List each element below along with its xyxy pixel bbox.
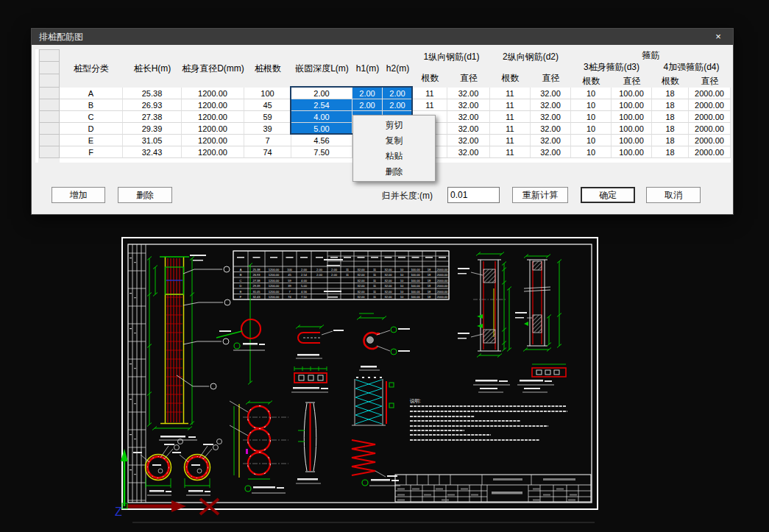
cell-r3-c9[interactable]: 11 xyxy=(490,123,531,135)
cell-r1-c4[interactable]: 2.54 xyxy=(291,99,352,111)
cell-r3-c10[interactable]: 32.00 xyxy=(531,123,571,135)
cell-r2-c12[interactable]: 100.00 xyxy=(612,111,652,123)
cell-r3-c12[interactable]: 100.00 xyxy=(612,123,652,135)
cell-r1-c1[interactable]: 26.93 xyxy=(123,99,182,111)
cell-r5-c1[interactable]: 32.43 xyxy=(123,146,182,158)
row-header-blank[interactable] xyxy=(39,62,60,74)
cell-r3-c11[interactable]: 10 xyxy=(571,123,612,135)
cell-r4-c14[interactable]: 2000.00 xyxy=(689,135,731,146)
cell-r2-c13[interactable]: 18 xyxy=(652,111,689,123)
row-selector[interactable] xyxy=(39,146,60,158)
cell-row-label[interactable]: E xyxy=(60,135,123,146)
cancel-button[interactable]: 取消 xyxy=(646,187,701,203)
cell-r4-c3[interactable]: 7 xyxy=(244,135,291,146)
cell-r4-c1[interactable]: 31.05 xyxy=(123,135,182,146)
cell-r4-c10[interactable]: 32.00 xyxy=(531,135,571,146)
cell-row-label[interactable]: C xyxy=(60,111,123,123)
cell-r1-c3[interactable]: 45 xyxy=(244,99,291,111)
cell-r0-c9[interactable]: 11 xyxy=(490,88,531,99)
cell-r0-c13[interactable]: 18 xyxy=(652,88,689,99)
cell-r1-c12[interactable]: 100.00 xyxy=(612,99,652,111)
row-selector[interactable] xyxy=(39,111,60,123)
cell-r2-c3[interactable]: 59 xyxy=(244,111,291,123)
cell-r5-c4[interactable]: 7.50 xyxy=(291,146,352,158)
cell-r1-c14[interactable]: 2000.00 xyxy=(689,99,731,111)
cell-r0-c7[interactable]: 11 xyxy=(413,88,447,99)
dialog-titlebar[interactable]: 排桩配筋图 × xyxy=(32,29,733,45)
cell-r5-c2[interactable]: 1200.00 xyxy=(182,146,244,158)
cell-r1-c11[interactable]: 10 xyxy=(571,99,612,111)
cell-r3-c1[interactable]: 29.39 xyxy=(123,123,182,135)
cell-r3-c4[interactable]: 5.00 xyxy=(291,123,352,135)
cell-r0-c5[interactable]: 2.00 xyxy=(352,88,383,99)
context-menu-item-3[interactable]: 粘贴 xyxy=(353,149,435,164)
cell-row-label[interactable]: A xyxy=(60,88,123,99)
context-menu-item-4[interactable]: 删除 xyxy=(353,164,435,180)
cell-r5-c10[interactable]: 32.00 xyxy=(531,146,571,158)
cell-r3-c3[interactable]: 39 xyxy=(244,123,291,135)
cell-r0-c4[interactable]: 2.00 xyxy=(291,88,352,99)
cell-r5-c9[interactable]: 11 xyxy=(490,146,531,158)
delete-button[interactable]: 删除 xyxy=(118,187,172,203)
add-button[interactable]: 增加 xyxy=(52,187,105,203)
cell-r1-c10[interactable]: 32.00 xyxy=(531,99,571,111)
cell-r0-c1[interactable]: 25.38 xyxy=(123,88,182,99)
context-menu-item-1[interactable]: 剪切 xyxy=(353,118,435,133)
cell-r2-c10[interactable]: 32.00 xyxy=(531,111,571,123)
cell-r1-c8[interactable]: 32.00 xyxy=(447,99,490,111)
cell-r3-c2[interactable]: 1200.00 xyxy=(182,123,244,135)
cell-r0-c6[interactable]: 2.00 xyxy=(383,88,413,99)
cell-r1-c5[interactable]: 2.00 xyxy=(352,99,383,111)
cell-r2-c8[interactable]: 32.00 xyxy=(447,111,490,123)
cell-r4-c13[interactable]: 18 xyxy=(652,135,689,146)
cell-r2-c9[interactable]: 11 xyxy=(490,111,531,123)
cell-r5-c13[interactable]: 18 xyxy=(652,146,689,158)
ok-button[interactable]: 确定 xyxy=(581,187,635,203)
cell-r4-c8[interactable]: 32.00 xyxy=(447,135,490,146)
cell-r5-c3[interactable]: 74 xyxy=(244,146,291,158)
cell-r4-c4[interactable]: 4.56 xyxy=(291,135,352,146)
cell-r4-c9[interactable]: 11 xyxy=(490,135,531,146)
cell-r0-c14[interactable]: 2000.00 xyxy=(689,88,731,99)
row-selector[interactable] xyxy=(39,135,60,146)
cell-r1-c13[interactable]: 18 xyxy=(652,99,689,111)
cell-r2-c2[interactable]: 1200.00 xyxy=(182,111,244,123)
close-button[interactable]: × xyxy=(708,29,729,45)
cell-r1-c6[interactable]: 2.00 xyxy=(383,99,413,111)
cell-r0-c10[interactable]: 32.00 xyxy=(531,88,571,99)
cell-r0-c12[interactable]: 100.00 xyxy=(612,88,652,99)
row-selector[interactable] xyxy=(39,88,60,99)
cell-r0-c2[interactable]: 1200.00 xyxy=(182,88,244,99)
cell-r0-c11[interactable]: 10 xyxy=(571,88,612,99)
cell-r3-c13[interactable]: 18 xyxy=(652,123,689,135)
cell-r5-c8[interactable]: 32.00 xyxy=(447,146,490,158)
cell-r3-c8[interactable]: 32.00 xyxy=(447,123,490,135)
row-header-blank[interactable] xyxy=(39,74,60,88)
row-selector[interactable] xyxy=(39,123,60,135)
cell-r1-c9[interactable]: 11 xyxy=(490,99,531,111)
cell-r2-c14[interactable]: 2000.00 xyxy=(689,111,731,123)
cell-r1-c7[interactable]: 11 xyxy=(413,99,447,111)
cell-row-label[interactable]: B xyxy=(60,99,123,111)
cell-r5-c11[interactable]: 10 xyxy=(571,146,612,158)
cell-r2-c1[interactable]: 27.38 xyxy=(123,111,182,123)
context-menu-item-2[interactable]: 复制 xyxy=(353,133,435,149)
cell-r1-c2[interactable]: 1200.00 xyxy=(182,99,244,111)
recalculate-button[interactable]: 重新计算 xyxy=(512,187,568,203)
cell-r3-c14[interactable]: 2000.00 xyxy=(689,123,731,135)
row-header-blank[interactable] xyxy=(39,49,60,62)
cell-r5-c12[interactable]: 100.00 xyxy=(612,146,652,158)
row-selector[interactable] xyxy=(39,99,60,111)
merge-length-input[interactable] xyxy=(447,187,500,203)
cell-r4-c11[interactable]: 10 xyxy=(571,135,612,146)
cad-drawing-viewport[interactable]: A25.381200.001002.002.002.001132.001132.… xyxy=(0,215,769,532)
cell-row-label[interactable]: D xyxy=(60,123,123,135)
cell-r2-c11[interactable]: 10 xyxy=(571,111,612,123)
cell-r0-c3[interactable]: 100 xyxy=(244,88,291,99)
cell-r2-c4[interactable]: 4.00 xyxy=(291,111,352,123)
cell-r5-c14[interactable]: 2000.00 xyxy=(689,146,731,158)
cell-row-label[interactable]: F xyxy=(60,146,123,158)
cell-r4-c2[interactable]: 1200.00 xyxy=(182,135,244,146)
cell-r4-c12[interactable]: 100.00 xyxy=(612,135,652,146)
cell-r0-c8[interactable]: 32.00 xyxy=(447,88,490,99)
